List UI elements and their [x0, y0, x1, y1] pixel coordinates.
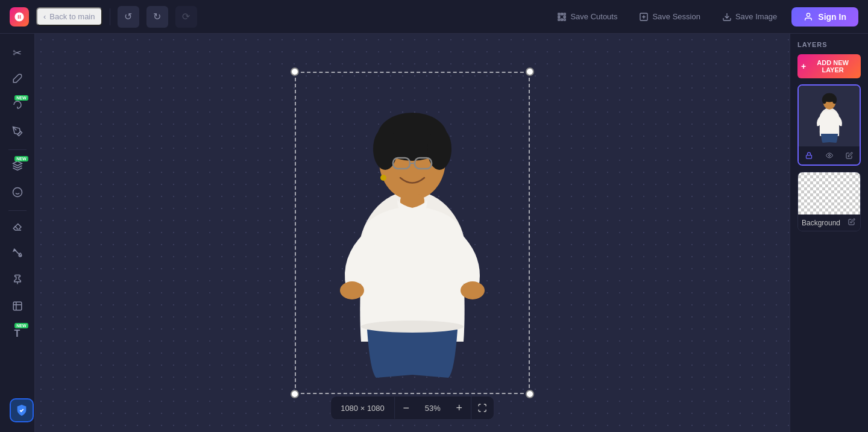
handle-bottom-left[interactable] [291, 390, 299, 398]
undo-button[interactable]: ↺ [118, 6, 139, 28]
plus-icon: + [456, 402, 463, 415]
svg-point-35 [832, 96, 837, 104]
tool-separator-1 [8, 149, 27, 150]
handle-bottom-right[interactable] [526, 390, 534, 398]
pencil-icon [848, 218, 855, 225]
save-image-button[interactable]: Save Image [715, 8, 784, 25]
zoom-level: 53% [418, 404, 448, 413]
background-layer-item[interactable]: Background [797, 172, 861, 231]
svg-point-30 [380, 175, 386, 181]
svg-rect-2 [564, 13, 566, 15]
person-layer-item[interactable] [797, 84, 861, 166]
session-icon [639, 12, 649, 22]
minus-icon: − [403, 402, 410, 415]
save-session-label: Save Session [652, 12, 700, 21]
right-panel: LAYERS + ADD NEW LAYER [790, 34, 868, 432]
fill-icon [12, 248, 23, 261]
fullscreen-button[interactable] [471, 396, 494, 419]
save-cutouts-button[interactable]: Save Cutouts [550, 8, 624, 25]
eraser-tool-button[interactable] [5, 216, 30, 240]
layers-title: LAYERS [797, 41, 861, 48]
svg-point-10 [807, 13, 810, 16]
layer-actions [799, 146, 860, 164]
refresh-button[interactable]: ⟳ [175, 6, 197, 28]
pin-tool-button[interactable] [5, 269, 30, 293]
zoom-out-button[interactable]: − [395, 396, 418, 419]
add-layer-label: ADD NEW LAYER [808, 59, 857, 74]
svg-rect-16 [13, 302, 22, 310]
handle-top-left[interactable] [291, 67, 299, 76]
back-to-main-button[interactable]: ‹ Back to main [36, 7, 102, 26]
layer-visibility-button[interactable] [819, 146, 840, 164]
svg-rect-5 [558, 19, 560, 20]
pen-tool-button[interactable] [5, 121, 30, 145]
lock-icon [805, 152, 813, 159]
layers-new-badge: NEW [14, 156, 28, 161]
header-divider-1 [110, 8, 110, 25]
eye-icon [826, 152, 833, 159]
eraser-icon [12, 221, 23, 235]
add-new-layer-button[interactable]: + ADD NEW LAYER [797, 54, 861, 78]
undo-icon: ↺ [124, 11, 132, 22]
svg-rect-36 [806, 155, 811, 159]
person-image [328, 89, 497, 378]
redo-icon: ↻ [153, 11, 161, 22]
app-logo [10, 7, 29, 27]
save-cutouts-label: Save Cutouts [570, 12, 617, 21]
layer-lock-button[interactable] [799, 146, 819, 164]
tool-separator-2 [8, 210, 27, 211]
svg-rect-4 [564, 16, 566, 17]
svg-point-12 [13, 187, 22, 196]
back-chevron-icon: ‹ [43, 12, 46, 21]
cut-icon: ✂ [13, 46, 22, 60]
svg-point-25 [340, 281, 364, 299]
text-new-badge: NEW [14, 323, 28, 328]
transform-icon [12, 301, 23, 315]
svg-rect-1 [561, 13, 563, 15]
lasso-tool-button[interactable]: NEW [5, 94, 30, 118]
pin-icon [12, 274, 23, 288]
text-icon: T [14, 328, 20, 339]
save-session-button[interactable]: Save Session [632, 8, 708, 25]
svg-point-28 [361, 321, 464, 333]
face-tool-button[interactable] [5, 181, 30, 205]
cut-tool-button[interactable]: ✂ [5, 41, 30, 65]
zoom-in-button[interactable]: + [448, 396, 471, 419]
fullscreen-icon [477, 403, 487, 413]
header: ‹ Back to main ↺ ↻ ⟳ Save Cutouts Save S… [0, 0, 868, 34]
save-image-label: Save Image [735, 12, 777, 21]
lasso-icon [12, 99, 23, 113]
svg-point-37 [828, 155, 830, 157]
user-icon [804, 12, 813, 22]
sign-in-button[interactable]: Sign In [791, 7, 858, 27]
sign-in-label: Sign In [818, 12, 846, 22]
text-tool-button[interactable]: T NEW [5, 322, 30, 346]
redo-button[interactable]: ↻ [146, 6, 168, 28]
layers-tool-button[interactable]: NEW [5, 155, 30, 179]
canvas-container [295, 72, 530, 394]
canvas-area[interactable]: 1080 × 1080 − 53% + [35, 34, 790, 432]
handle-top-right[interactable] [526, 67, 534, 76]
transform-tool-button[interactable] [5, 295, 30, 319]
canvas-dimensions: 1080 × 1080 [331, 399, 394, 418]
edit-icon [846, 152, 853, 159]
face-icon [12, 187, 23, 201]
background-layer-label: Background [802, 219, 840, 227]
lasso-new-badge: NEW [14, 95, 28, 101]
shield-icon [15, 404, 28, 417]
background-edit-button[interactable] [847, 217, 857, 228]
download-icon [722, 12, 732, 22]
layer-edit-button[interactable] [839, 146, 860, 164]
person-layer-thumbnail [799, 86, 860, 146]
cutouts-icon [557, 12, 567, 22]
plus-icon: + [801, 61, 806, 71]
fill-tool-button[interactable] [5, 242, 30, 266]
security-badge [10, 398, 34, 422]
background-label-row: Background [798, 214, 860, 231]
status-bar: 1080 × 1080 − 53% + [330, 396, 494, 420]
brush-tool-button[interactable] [5, 67, 30, 92]
svg-rect-6 [561, 19, 563, 20]
back-label: Back to main [49, 12, 95, 21]
left-toolbar: ✂ NEW [0, 34, 35, 432]
svg-point-34 [822, 96, 826, 104]
